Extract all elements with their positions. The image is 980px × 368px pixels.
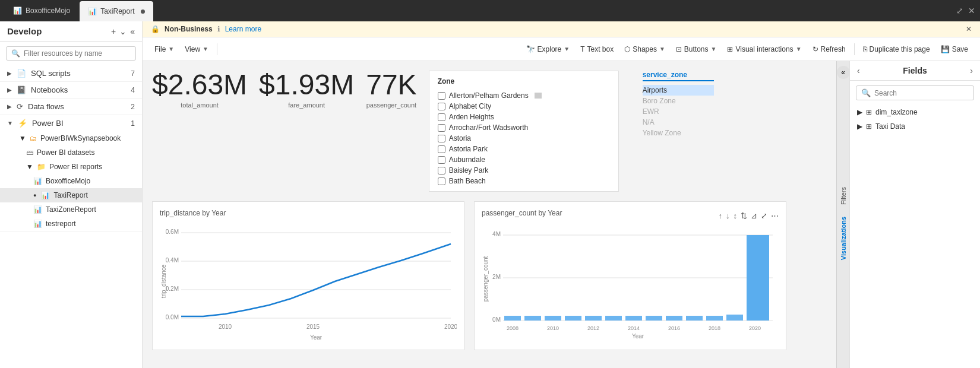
restore-icon[interactable]: ⤢ bbox=[956, 6, 963, 15]
svg-text:4M: 4M bbox=[492, 231, 501, 237]
zone-item-7[interactable]: Baisley Park bbox=[438, 165, 610, 176]
zone-title: Zone bbox=[438, 77, 610, 85]
zone-checkbox-3[interactable] bbox=[438, 124, 445, 132]
expand-icon[interactable]: ⤢ bbox=[761, 211, 767, 220]
visual-interactions-button[interactable]: ⊞ Visual interactions ▼ bbox=[722, 43, 806, 56]
svg-text:2020: 2020 bbox=[749, 325, 761, 331]
textbox-button[interactable]: T Text box bbox=[576, 43, 618, 56]
zone-label-6: Auburndale bbox=[449, 156, 485, 164]
zone-checkbox-7[interactable] bbox=[438, 167, 445, 175]
fields-header: ‹ Fields › bbox=[850, 61, 980, 81]
sidebar-item-sql[interactable]: ▶ 📄 SQL scripts 7 bbox=[0, 65, 142, 81]
view-button[interactable]: View ▼ bbox=[180, 43, 213, 56]
fields-nav-back[interactable]: ‹ bbox=[857, 66, 860, 75]
sz-boro[interactable]: Boro Zone bbox=[643, 96, 714, 106]
duplicate-button[interactable]: ⎘ Duplicate this page bbox=[858, 43, 935, 56]
tree-label-reports: Power BI reports bbox=[49, 163, 102, 171]
search-input[interactable] bbox=[24, 49, 131, 58]
filters-tab[interactable]: Filters bbox=[840, 187, 847, 205]
fields-search-box[interactable]: 🔍 bbox=[856, 85, 974, 100]
sidebar-title: Develop bbox=[7, 26, 42, 36]
expand-icon[interactable]: ⌄ bbox=[119, 27, 127, 36]
bar-2016 bbox=[666, 316, 682, 321]
fields-item-dim-taxizone[interactable]: ▶ ⊞ dim_taxizone bbox=[850, 105, 980, 119]
more-options-icon[interactable]: ⋯ bbox=[771, 211, 779, 220]
zone-label-8: Bath Beach bbox=[449, 177, 486, 185]
tree-item-boxofficemojo[interactable]: 📊 BoxofficeMojo bbox=[0, 174, 142, 188]
tab-unsaved-dot bbox=[141, 9, 145, 14]
sidebar-item-dataflows[interactable]: ▶ ⟳ Data flows 2 bbox=[0, 99, 142, 115]
fields-item-taxi-data[interactable]: ▶ ⊞ Taxi Data bbox=[850, 119, 980, 134]
shapes-button[interactable]: ⬡ Shapes ▼ bbox=[619, 43, 670, 56]
service-zone-panel: service_zone Airports Boro Zone EWR N/A … bbox=[643, 71, 714, 138]
fields-expand-taxi: ▶ bbox=[857, 122, 862, 131]
sidebar-item-notebooks[interactable]: ▶ 📓 Notebooks 4 bbox=[0, 82, 142, 98]
file-button[interactable]: File ▼ bbox=[150, 43, 179, 56]
service-zone-label: service_zone bbox=[643, 71, 714, 81]
bar-2014 bbox=[625, 316, 642, 321]
sql-count: 7 bbox=[131, 69, 135, 78]
tree-item-taxizonereport[interactable]: 📊 TaxiZoneReport bbox=[0, 202, 142, 217]
zone-checkbox-2[interactable] bbox=[438, 113, 445, 121]
canvas-main: $2.63M total_amount $1.93M fare_amount 7… bbox=[143, 61, 836, 368]
tree-item-datasets[interactable]: 🗃 Power BI datasets bbox=[0, 145, 142, 160]
zone-checkbox-0[interactable] bbox=[438, 92, 445, 100]
sz-ewr[interactable]: EWR bbox=[643, 106, 714, 117]
sz-na[interactable]: N/A bbox=[643, 117, 714, 128]
tree-label-datasets: Power BI datasets bbox=[37, 148, 94, 157]
tab-label-taxireport: TaxiReport bbox=[100, 7, 134, 15]
visual-interactions-icon: ⊞ bbox=[727, 45, 733, 53]
visualizations-tab[interactable]: Visualizations bbox=[840, 217, 847, 260]
sz-airports[interactable]: Airports bbox=[643, 85, 714, 96]
tab-boxofficemojo[interactable]: 📊 BoxofficeMojo bbox=[5, 1, 78, 20]
search-icon: 🔍 bbox=[11, 49, 20, 58]
zone-item-5[interactable]: Astoria Park bbox=[438, 144, 610, 154]
sz-yellow[interactable]: Yellow Zone bbox=[643, 128, 714, 138]
tree-item-powerbiwk[interactable]: ▼ 🗂 PowerBIWkSynapsebook bbox=[0, 131, 142, 145]
sidebar-item-powerbi[interactable]: ▼ ⚡ Power BI 1 bbox=[0, 115, 142, 131]
banner-info-icon[interactable]: ℹ bbox=[217, 25, 220, 33]
zone-checkbox-6[interactable] bbox=[438, 156, 445, 164]
refresh-button[interactable]: ↻ Refresh bbox=[808, 43, 851, 56]
zone-item-0[interactable]: Allerton/Pelham Gardens bbox=[438, 90, 610, 101]
collapse-icon[interactable]: « bbox=[130, 27, 135, 36]
zone-checkbox-1[interactable] bbox=[438, 103, 445, 110]
sidebar-search-box[interactable]: 🔍 bbox=[6, 46, 136, 61]
sort-desc-icon[interactable]: ↓ bbox=[726, 211, 730, 220]
tree-item-taxireport[interactable]: ● 📊 TaxiReport bbox=[0, 188, 142, 202]
banner-close-icon[interactable]: ✕ bbox=[966, 25, 972, 33]
fields-search-input[interactable] bbox=[874, 89, 969, 97]
buttons-button[interactable]: ⊡ Buttons ▼ bbox=[671, 43, 722, 56]
shapes-label: Shapes bbox=[633, 45, 657, 53]
zone-item-6[interactable]: Auburndale bbox=[438, 154, 610, 165]
zone-label-5: Astoria Park bbox=[449, 145, 488, 153]
tree-item-testreport[interactable]: 📊 testreport bbox=[0, 217, 142, 231]
kpi-passenger-count: 77K passenger_count bbox=[366, 71, 416, 109]
close-tab-icon[interactable]: ✕ bbox=[968, 6, 975, 15]
vi-chevron: ▼ bbox=[796, 46, 802, 52]
zone-list: Allerton/Pelham Gardens Alphabet City A bbox=[438, 90, 610, 185]
fields-search-icon: 🔍 bbox=[861, 88, 871, 97]
zone-item-8[interactable]: Bath Beach bbox=[438, 176, 610, 185]
zone-checkbox-4[interactable] bbox=[438, 135, 445, 142]
zone-checkbox-5[interactable] bbox=[438, 145, 445, 153]
zone-item-2[interactable]: Arden Heights bbox=[438, 112, 610, 122]
filter-icon[interactable]: ⊿ bbox=[751, 211, 757, 220]
sort-za-icon[interactable]: ⇅ bbox=[741, 211, 747, 220]
save-button[interactable]: 💾 Save bbox=[936, 43, 973, 56]
tree-item-reports[interactable]: ▼ 📁 Power BI reports bbox=[0, 160, 142, 174]
sort-asc-icon[interactable]: ↑ bbox=[719, 211, 723, 220]
add-icon[interactable]: + bbox=[111, 27, 116, 36]
sort-az-icon[interactable]: ↕ bbox=[734, 211, 738, 220]
zone-item-3[interactable]: Arrochar/Fort Wadsworth bbox=[438, 122, 610, 133]
zone-item-4[interactable]: Astoria bbox=[438, 133, 610, 144]
zone-item-1[interactable]: Alphabet City bbox=[438, 101, 610, 112]
zone-checkbox-8[interactable] bbox=[438, 177, 445, 185]
tab-taxireport[interactable]: 📊 TaxiReport bbox=[80, 1, 153, 21]
explore-button[interactable]: 🔭 Explore ▼ bbox=[521, 43, 575, 56]
fields-nav-forward[interactable]: › bbox=[970, 66, 973, 75]
banner-learn-more[interactable]: Learn more bbox=[225, 25, 261, 33]
notebook-icon: 📓 bbox=[17, 85, 26, 94]
collapse-panel-button[interactable]: « bbox=[837, 66, 850, 79]
kpi-row: $2.63M total_amount $1.93M fare_amount 7… bbox=[152, 71, 827, 192]
